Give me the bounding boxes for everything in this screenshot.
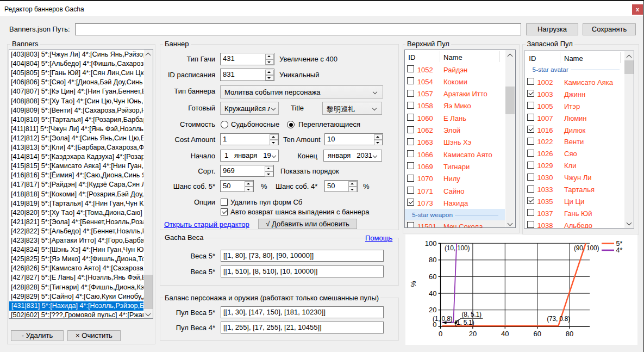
svg-text:(90, 100): (90, 100) [574,244,599,252]
svg-text:20: 20 [429,306,436,314]
svg-text:60: 60 [429,273,436,281]
svg-text:100: 100 [425,239,437,248]
svg-text:(10, 100): (10, 100) [445,244,470,252]
svg-text:(8, 5.1): (8, 5.1) [462,311,482,318]
svg-text:%: % [410,281,417,287]
svg-text:(1, 0.8): (1, 0.8) [433,315,453,323]
svg-text:(73, 0.8): (73, 0.8) [547,315,570,323]
svg-text:60: 60 [533,330,541,338]
svg-text:(1, 5.1): (1, 5.1) [454,319,474,326]
svg-text:40: 40 [501,330,509,338]
svg-text:0: 0 [439,330,442,338]
svg-text:4*: 4* [616,246,623,254]
svg-text:80: 80 [429,256,436,264]
svg-text:80: 80 [566,330,573,338]
svg-text:40: 40 [429,289,436,298]
svg-text:20: 20 [469,330,477,338]
